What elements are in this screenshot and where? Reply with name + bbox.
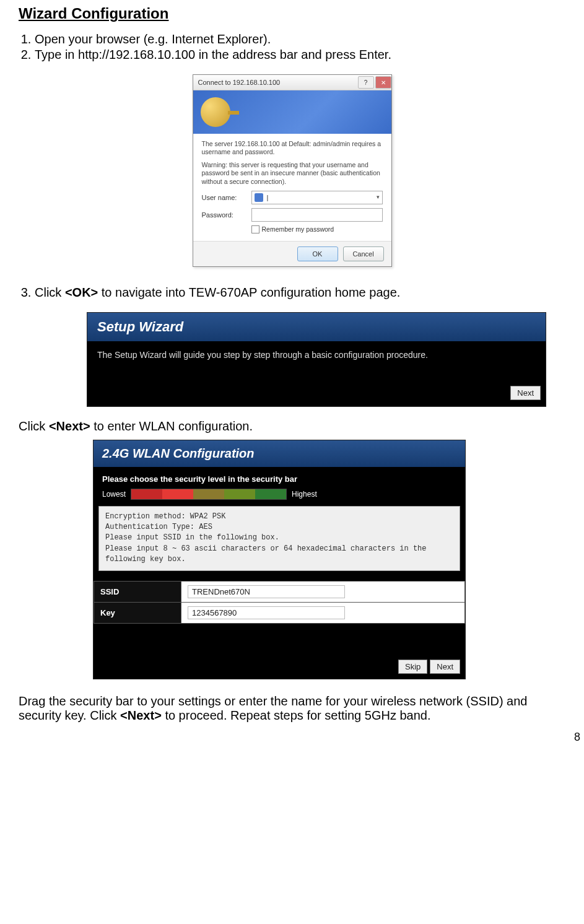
lowest-label: Lowest bbox=[102, 490, 126, 499]
highest-label: Highest bbox=[292, 490, 317, 499]
sec-seg-4 bbox=[224, 489, 255, 499]
close-button[interactable]: ✕ bbox=[375, 76, 391, 89]
cn-a: Click bbox=[19, 419, 49, 433]
step-list: Open your browser (e.g. Internet Explore… bbox=[19, 32, 565, 62]
info-line-3: Please input SSID in the following box. bbox=[105, 533, 453, 543]
dialog-banner bbox=[193, 90, 391, 134]
page-number: 8 bbox=[574, 731, 580, 744]
step3-bold: <OK> bbox=[65, 285, 98, 299]
dialog-title: Connect to 192.168.10.100 bbox=[198, 79, 281, 86]
wlan-next-button[interactable]: Next bbox=[430, 660, 460, 674]
dialog-text-2: Warning: this server is requesting that … bbox=[202, 161, 383, 185]
wizard-body: The Setup Wizard will guide you step by … bbox=[87, 341, 546, 386]
dialog-text-1: The server 192.168.10.100 at Default: ad… bbox=[202, 140, 383, 156]
step-3: Click <OK> to navigate into TEW-670AP co… bbox=[35, 285, 565, 300]
security-bar[interactable] bbox=[131, 489, 287, 500]
dialog-titlebar: Connect to 192.168.10.100 ? ✕ bbox=[193, 75, 391, 90]
password-input[interactable] bbox=[251, 208, 383, 222]
wlan-info-box: Encryption method: WPA2 PSK Authenticati… bbox=[98, 506, 460, 571]
sec-seg-3 bbox=[193, 489, 224, 499]
help-button[interactable]: ? bbox=[358, 76, 374, 89]
info-line-1: Encryption method: WPA2 PSK bbox=[105, 512, 453, 522]
key-input[interactable]: 1234567890 bbox=[188, 606, 345, 619]
step-list-2: Click <OK> to navigate into TEW-670AP co… bbox=[19, 285, 565, 300]
dropdown-icon[interactable]: ▾ bbox=[377, 194, 380, 200]
checkbox-box bbox=[251, 225, 259, 233]
remember-checkbox[interactable]: Remember my password bbox=[251, 225, 383, 233]
step-2: Type in http://192.168.10.100 in the add… bbox=[35, 48, 565, 62]
click-next-text: Click <Next> to enter WLAN configuration… bbox=[19, 419, 565, 434]
step3-text-b: to navigate into TEW-670AP configuration… bbox=[98, 285, 400, 299]
final-paragraph: Drag the security bar to your settings o… bbox=[19, 694, 565, 723]
wizard-next-button[interactable]: Next bbox=[510, 386, 541, 400]
ok-button[interactable]: OK bbox=[297, 246, 338, 261]
wizard-header: Setup Wizard bbox=[87, 313, 546, 341]
step3-text-a: Click bbox=[35, 285, 65, 299]
wlan-skip-button[interactable]: Skip bbox=[398, 660, 427, 674]
sec-seg-2 bbox=[162, 489, 193, 499]
cn-bold: <Next> bbox=[49, 419, 90, 433]
user-icon bbox=[255, 193, 263, 202]
wlan-subtitle: Please choose the security level in the … bbox=[94, 467, 465, 489]
cn-b: to enter WLAN configuration. bbox=[90, 419, 253, 433]
page-title: Wizard Configuration bbox=[19, 5, 565, 22]
wlan-header: 2.4G WLAN Configuration bbox=[94, 440, 465, 467]
final-b: to proceed. Repeat steps for setting 5GH… bbox=[162, 708, 431, 722]
setup-wizard-panel: Setup Wizard The Setup Wizard will guide… bbox=[87, 312, 546, 407]
sec-seg-5 bbox=[255, 489, 286, 499]
key-icon bbox=[201, 97, 230, 127]
password-label: Password: bbox=[202, 211, 251, 219]
info-line-2: Authentication Type: AES bbox=[105, 522, 453, 533]
final-bold: <Next> bbox=[120, 708, 162, 722]
step-1: Open your browser (e.g. Internet Explore… bbox=[35, 32, 565, 46]
ssid-input[interactable]: TRENDnet670N bbox=[188, 585, 345, 598]
remember-label: Remember my password bbox=[262, 225, 334, 233]
wlan-fields-table: SSID TRENDnet670N Key 1234567890 bbox=[94, 581, 465, 624]
ssid-label: SSID bbox=[94, 581, 181, 602]
key-label: Key bbox=[94, 602, 181, 623]
info-line-4: Please input 8 ~ 63 ascii characters or … bbox=[105, 544, 453, 565]
cancel-button[interactable]: Cancel bbox=[343, 246, 384, 261]
username-input[interactable]: | ▾ bbox=[251, 191, 383, 204]
wlan-config-panel: 2.4G WLAN Configuration Please choose th… bbox=[93, 440, 466, 679]
sec-seg-1 bbox=[131, 489, 162, 499]
username-label: User name: bbox=[202, 194, 251, 201]
credentials-dialog: Connect to 192.168.10.100 ? ✕ The server… bbox=[193, 74, 392, 267]
